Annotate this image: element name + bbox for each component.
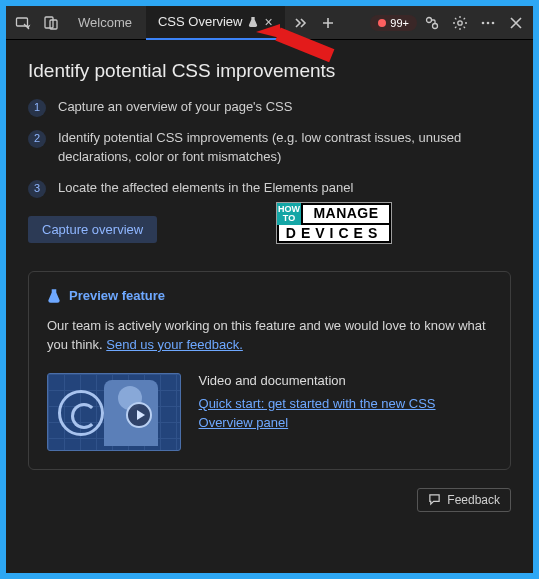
preview-heading-text: Preview feature xyxy=(69,288,165,303)
gear-icon[interactable] xyxy=(447,10,473,36)
quickstart-link[interactable]: Quick start: get started with the new CS… xyxy=(199,396,436,431)
tab-bar: Welcome CSS Overview × 99+ xyxy=(6,6,533,40)
step-number: 1 xyxy=(28,99,46,117)
watermark-devices: DEVICES xyxy=(277,225,391,243)
more-icon[interactable] xyxy=(475,10,501,36)
chat-icon xyxy=(428,493,441,506)
step-text: Capture an overview of your page's CSS xyxy=(58,98,292,117)
steps-list: 1 Capture an overview of your page's CSS… xyxy=(28,98,511,198)
footer: Feedback xyxy=(28,488,511,512)
errors-count: 99+ xyxy=(390,17,409,29)
tab-label: CSS Overview xyxy=(158,14,243,29)
video-thumbnail[interactable] xyxy=(47,373,181,451)
preview-heading: Preview feature xyxy=(47,288,492,304)
more-tabs-chevron-icon[interactable] xyxy=(287,10,313,36)
svg-point-5 xyxy=(458,20,462,24)
watermark-manage: MANAGE xyxy=(301,203,391,225)
svg-rect-1 xyxy=(45,17,53,28)
step-item: 3 Locate the affected elements in the El… xyxy=(28,179,511,198)
svg-rect-0 xyxy=(17,18,28,26)
content-area: Identify potential CSS improvements 1 Ca… xyxy=(6,40,533,573)
play-icon xyxy=(126,402,152,428)
flask-icon xyxy=(248,16,258,28)
feedback-button-label: Feedback xyxy=(447,493,500,507)
page-title: Identify potential CSS improvements xyxy=(28,60,511,82)
feedback-button[interactable]: Feedback xyxy=(417,488,511,512)
tab-welcome[interactable]: Welcome xyxy=(66,6,144,40)
tab-label: Welcome xyxy=(78,15,132,30)
extensions-icon[interactable] xyxy=(419,10,445,36)
step-item: 1 Capture an overview of your page's CSS xyxy=(28,98,511,117)
feedback-link[interactable]: Send us your feedback. xyxy=(106,337,243,352)
close-icon[interactable]: × xyxy=(264,15,272,29)
media-text: Video and documentation Quick start: get… xyxy=(199,373,492,433)
video-heading: Video and documentation xyxy=(199,373,492,388)
watermark: HOW TO MANAGE DEVICES xyxy=(276,202,392,244)
media-row: Video and documentation Quick start: get… xyxy=(47,373,492,451)
svg-point-7 xyxy=(487,21,490,24)
close-devtools-icon[interactable] xyxy=(503,10,529,36)
errors-badge[interactable]: 99+ xyxy=(370,15,417,31)
preview-body: Our team is actively working on this fea… xyxy=(47,316,492,355)
add-tab-icon[interactable] xyxy=(315,10,341,36)
step-number: 3 xyxy=(28,180,46,198)
device-toggle-icon[interactable] xyxy=(38,10,64,36)
devtools-panel: Welcome CSS Overview × 99+ xyxy=(6,6,533,573)
svg-point-6 xyxy=(482,21,485,24)
svg-point-8 xyxy=(492,21,495,24)
svg-point-3 xyxy=(427,17,432,22)
preview-panel: Preview feature Our team is actively wor… xyxy=(28,271,511,470)
capture-overview-button[interactable]: Capture overview xyxy=(28,216,157,243)
step-text: Locate the affected elements in the Elem… xyxy=(58,179,353,198)
watermark-to: TO xyxy=(283,214,295,223)
inspect-icon[interactable] xyxy=(10,10,36,36)
step-text: Identify potential CSS improvements (e.g… xyxy=(58,129,511,167)
step-number: 2 xyxy=(28,130,46,148)
svg-point-4 xyxy=(433,23,438,28)
flask-icon xyxy=(47,288,61,304)
tab-css-overview[interactable]: CSS Overview × xyxy=(146,6,285,40)
error-dot-icon xyxy=(378,19,386,27)
step-item: 2 Identify potential CSS improvements (e… xyxy=(28,129,511,167)
